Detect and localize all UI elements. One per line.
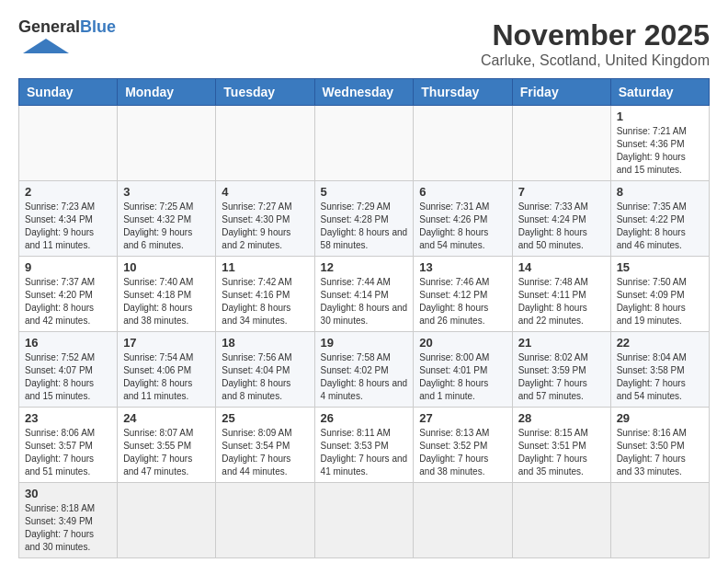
day-number: 28: [518, 411, 605, 425]
day-info: Sunrise: 8:02 AM Sunset: 3:59 PM Dayligh…: [518, 351, 605, 403]
table-row: 12Sunrise: 7:44 AM Sunset: 4:14 PM Dayli…: [314, 257, 414, 332]
day-info: Sunrise: 8:09 AM Sunset: 3:54 PM Dayligh…: [222, 427, 308, 478]
day-number: 2: [25, 185, 111, 199]
day-info: Sunrise: 7:35 AM Sunset: 4:22 PM Dayligh…: [617, 201, 703, 252]
table-row: 22Sunrise: 8:04 AM Sunset: 3:58 PM Dayli…: [610, 332, 709, 408]
day-number: 14: [518, 260, 605, 274]
table-row: 30Sunrise: 8:18 AM Sunset: 3:49 PM Dayli…: [19, 483, 118, 558]
table-row: 10Sunrise: 7:40 AM Sunset: 4:18 PM Dayli…: [118, 257, 216, 332]
table-row: 1Sunrise: 7:21 AM Sunset: 4:36 PM Daylig…: [610, 106, 709, 181]
day-number: 29: [617, 411, 703, 425]
day-info: Sunrise: 7:54 AM Sunset: 4:06 PM Dayligh…: [123, 351, 210, 403]
day-info: Sunrise: 7:27 AM Sunset: 4:30 PM Dayligh…: [222, 201, 308, 252]
table-row: [610, 483, 709, 558]
day-info: Sunrise: 7:56 AM Sunset: 4:04 PM Dayligh…: [222, 351, 308, 403]
day-info: Sunrise: 8:04 AM Sunset: 3:58 PM Dayligh…: [617, 351, 703, 403]
day-number: 9: [25, 260, 111, 274]
logo-text: GeneralBlue: [18, 18, 116, 37]
header-friday: Friday: [512, 79, 610, 106]
day-number: 20: [419, 336, 506, 350]
day-number: 23: [25, 411, 111, 425]
day-number: 4: [222, 185, 308, 199]
day-number: 7: [518, 185, 605, 199]
day-number: 25: [222, 411, 308, 425]
day-number: 19: [321, 336, 408, 350]
day-info: Sunrise: 8:18 AM Sunset: 3:49 PM Dayligh…: [25, 502, 111, 554]
day-info: Sunrise: 7:46 AM Sunset: 4:12 PM Dayligh…: [419, 276, 506, 327]
day-info: Sunrise: 8:11 AM Sunset: 3:53 PM Dayligh…: [321, 427, 408, 478]
table-row: 21Sunrise: 8:02 AM Sunset: 3:59 PM Dayli…: [512, 332, 610, 408]
day-number: 27: [419, 411, 506, 425]
day-number: 21: [518, 336, 605, 350]
header-sunday: Sunday: [19, 79, 118, 106]
table-row: 27Sunrise: 8:13 AM Sunset: 3:52 PM Dayli…: [414, 408, 512, 483]
day-number: 6: [419, 185, 506, 199]
svg-marker-0: [23, 39, 69, 53]
table-row: [414, 483, 512, 558]
day-number: 3: [123, 185, 210, 199]
table-row: 28Sunrise: 8:15 AM Sunset: 3:51 PM Dayli…: [512, 408, 610, 483]
table-row: 18Sunrise: 7:56 AM Sunset: 4:04 PM Dayli…: [216, 332, 314, 408]
header-wednesday: Wednesday: [314, 79, 414, 106]
table-row: [118, 483, 216, 558]
table-row: [314, 106, 414, 181]
table-row: 3Sunrise: 7:25 AM Sunset: 4:32 PM Daylig…: [118, 181, 216, 257]
table-row: 16Sunrise: 7:52 AM Sunset: 4:07 PM Dayli…: [19, 332, 118, 408]
table-row: 19Sunrise: 7:58 AM Sunset: 4:02 PM Dayli…: [314, 332, 414, 408]
day-number: 17: [123, 336, 210, 350]
day-info: Sunrise: 7:21 AM Sunset: 4:36 PM Dayligh…: [617, 125, 703, 177]
day-number: 13: [419, 260, 506, 274]
day-info: Sunrise: 8:15 AM Sunset: 3:51 PM Dayligh…: [518, 427, 605, 478]
table-row: 9Sunrise: 7:37 AM Sunset: 4:20 PM Daylig…: [19, 257, 118, 332]
table-row: 6Sunrise: 7:31 AM Sunset: 4:26 PM Daylig…: [414, 181, 512, 257]
day-info: Sunrise: 7:48 AM Sunset: 4:11 PM Dayligh…: [518, 276, 605, 327]
calendar-subtitle: Carluke, Scotland, United Kingdom: [481, 52, 710, 69]
day-number: 18: [222, 336, 308, 350]
table-row: 20Sunrise: 8:00 AM Sunset: 4:01 PM Dayli…: [414, 332, 512, 408]
table-row: [512, 483, 610, 558]
day-info: Sunrise: 7:52 AM Sunset: 4:07 PM Dayligh…: [25, 351, 111, 403]
day-number: 30: [25, 487, 111, 500]
calendar-table: Sunday Monday Tuesday Wednesday Thursday…: [18, 78, 710, 558]
table-row: [216, 483, 314, 558]
day-info: Sunrise: 7:31 AM Sunset: 4:26 PM Dayligh…: [419, 201, 506, 252]
day-info: Sunrise: 7:29 AM Sunset: 4:28 PM Dayligh…: [321, 201, 408, 252]
day-number: 12: [321, 260, 408, 274]
day-info: Sunrise: 7:37 AM Sunset: 4:20 PM Dayligh…: [25, 276, 111, 327]
day-info: Sunrise: 7:42 AM Sunset: 4:16 PM Dayligh…: [222, 276, 308, 327]
day-number: 24: [123, 411, 210, 425]
table-row: [216, 106, 314, 181]
day-info: Sunrise: 8:00 AM Sunset: 4:01 PM Dayligh…: [419, 351, 506, 403]
title-area: November 2025 Carluke, Scotland, United …: [481, 18, 710, 69]
table-row: 25Sunrise: 8:09 AM Sunset: 3:54 PM Dayli…: [216, 408, 314, 483]
header-thursday: Thursday: [414, 79, 512, 106]
day-number: 16: [25, 336, 111, 350]
day-info: Sunrise: 7:50 AM Sunset: 4:09 PM Dayligh…: [617, 276, 703, 327]
table-row: 7Sunrise: 7:33 AM Sunset: 4:24 PM Daylig…: [512, 181, 610, 257]
table-row: 13Sunrise: 7:46 AM Sunset: 4:12 PM Dayli…: [414, 257, 512, 332]
table-row: 8Sunrise: 7:35 AM Sunset: 4:22 PM Daylig…: [610, 181, 709, 257]
day-info: Sunrise: 7:44 AM Sunset: 4:14 PM Dayligh…: [321, 276, 408, 327]
day-info: Sunrise: 8:13 AM Sunset: 3:52 PM Dayligh…: [419, 427, 506, 478]
table-row: 17Sunrise: 7:54 AM Sunset: 4:06 PM Dayli…: [118, 332, 216, 408]
day-number: 26: [321, 411, 408, 425]
day-number: 22: [617, 336, 703, 350]
table-row: 11Sunrise: 7:42 AM Sunset: 4:16 PM Dayli…: [216, 257, 314, 332]
day-info: Sunrise: 7:58 AM Sunset: 4:02 PM Dayligh…: [321, 351, 408, 403]
logo: GeneralBlue: [18, 18, 116, 55]
day-info: Sunrise: 7:25 AM Sunset: 4:32 PM Dayligh…: [123, 201, 210, 252]
table-row: [118, 106, 216, 181]
logo-icon: [18, 37, 74, 55]
calendar-title: November 2025: [481, 18, 710, 52]
day-info: Sunrise: 8:06 AM Sunset: 3:57 PM Dayligh…: [25, 427, 111, 478]
day-number: 15: [617, 260, 703, 274]
table-row: 15Sunrise: 7:50 AM Sunset: 4:09 PM Dayli…: [610, 257, 709, 332]
table-row: 29Sunrise: 8:16 AM Sunset: 3:50 PM Dayli…: [610, 408, 709, 483]
day-info: Sunrise: 7:23 AM Sunset: 4:34 PM Dayligh…: [25, 201, 111, 252]
day-number: 11: [222, 260, 308, 274]
header-saturday: Saturday: [610, 79, 709, 106]
table-row: [512, 106, 610, 181]
day-info: Sunrise: 7:40 AM Sunset: 4:18 PM Dayligh…: [123, 276, 210, 327]
table-row: 26Sunrise: 8:11 AM Sunset: 3:53 PM Dayli…: [314, 408, 414, 483]
table-row: 2Sunrise: 7:23 AM Sunset: 4:34 PM Daylig…: [19, 181, 118, 257]
